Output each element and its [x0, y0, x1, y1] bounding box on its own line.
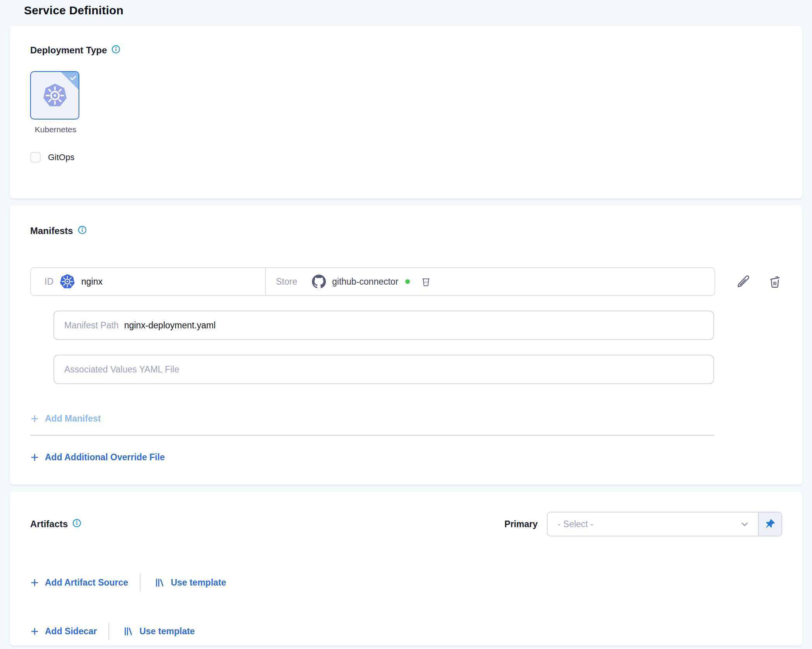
pin-button[interactable] [758, 512, 781, 536]
values-yaml-placeholder: Associated Values YAML File [64, 364, 179, 375]
artifacts-heading: Artifacts [30, 519, 68, 529]
page-title: Service Definition [0, 0, 812, 17]
manifest-path-inline-label: Manifest Path [64, 320, 119, 331]
primary-select-group: - Select - [547, 512, 782, 536]
library-icon [123, 626, 134, 637]
add-sidecar-button[interactable]: Add Sidecar [30, 626, 97, 637]
info-icon[interactable] [78, 225, 87, 234]
vertical-divider [108, 622, 109, 640]
add-override-file-button[interactable]: Add Additional Override File [30, 452, 165, 463]
kubernetes-icon [43, 83, 67, 108]
plus-icon [30, 627, 39, 636]
library-icon [154, 577, 165, 588]
add-artifact-source-button[interactable]: Add Artifact Source [30, 577, 128, 588]
artifact-actions-row: Add Artifact Source Use template [30, 574, 782, 591]
plus-icon [30, 414, 39, 423]
info-icon[interactable] [72, 519, 81, 528]
manifest-id-label: ID [45, 277, 53, 287]
primary-label: Primary [504, 519, 538, 529]
manifest-id-value: nginx [81, 277, 103, 287]
delete-manifest-button[interactable] [767, 274, 782, 289]
manifest-store-label: Store [276, 277, 297, 287]
svg-text:</>: </> [424, 280, 428, 284]
primary-artifact-group: Primary - Select - [504, 512, 782, 536]
chevron-down-icon [740, 519, 750, 529]
deployment-type-kubernetes-tile[interactable] [30, 71, 79, 120]
github-icon [312, 275, 326, 289]
gitops-checkbox-row[interactable]: GitOps [30, 152, 74, 162]
values-yaml-input[interactable]: Associated Values YAML File [53, 355, 714, 384]
sidecar-actions-row: Add Sidecar Use template [30, 622, 782, 640]
section-divider [30, 435, 714, 436]
manifest-id-segment[interactable]: ID [31, 268, 266, 295]
manifest-path-value: nginx-deployment.yaml [124, 320, 216, 331]
gitops-checkbox[interactable] [30, 152, 41, 162]
primary-select-value: - Select - [558, 519, 593, 529]
plus-icon [30, 453, 39, 462]
artifacts-card: Artifacts Primary - Select - [10, 492, 802, 646]
artifacts-heading-row: Artifacts [30, 519, 81, 529]
manifests-heading-row: Manifests [30, 225, 782, 236]
manifests-heading: Manifests [30, 225, 73, 236]
manifest-store-segment[interactable]: Store github-connector </> [266, 268, 714, 295]
manifest-row: ID [30, 267, 782, 296]
service-definition-page: Service Definition Deployment Type [0, 0, 812, 646]
primary-artifact-select[interactable]: - Select - [548, 512, 758, 536]
pin-icon [764, 518, 776, 530]
info-icon[interactable] [111, 45, 120, 54]
plus-icon [30, 578, 39, 587]
kubernetes-tile-label: Kubernetes [30, 125, 81, 134]
manifest-summary-box[interactable]: ID [30, 267, 715, 296]
manifest-store-value: github-connector [332, 277, 398, 287]
edit-manifest-button[interactable] [736, 274, 750, 289]
manifest-path-input[interactable]: Manifest Path nginx-deployment.yaml [53, 311, 714, 340]
gitops-label: GitOps [48, 152, 74, 162]
deployment-type-card: Deployment Type [10, 26, 802, 198]
sidecar-use-template-button[interactable]: Use template [123, 626, 195, 637]
connector-status-dot [405, 279, 410, 284]
artifact-use-template-button[interactable]: Use template [154, 577, 226, 588]
deployment-type-heading: Deployment Type [30, 45, 107, 56]
vertical-divider [140, 574, 140, 591]
artifacts-header: Artifacts Primary - Select - [30, 512, 782, 536]
manifests-card: Manifests ID [10, 205, 802, 485]
deployment-type-heading-row: Deployment Type [30, 45, 782, 56]
code-store-icon: </> [421, 277, 431, 287]
kubernetes-manifest-icon [60, 274, 75, 289]
add-manifest-button[interactable]: Add Manifest [30, 413, 101, 424]
